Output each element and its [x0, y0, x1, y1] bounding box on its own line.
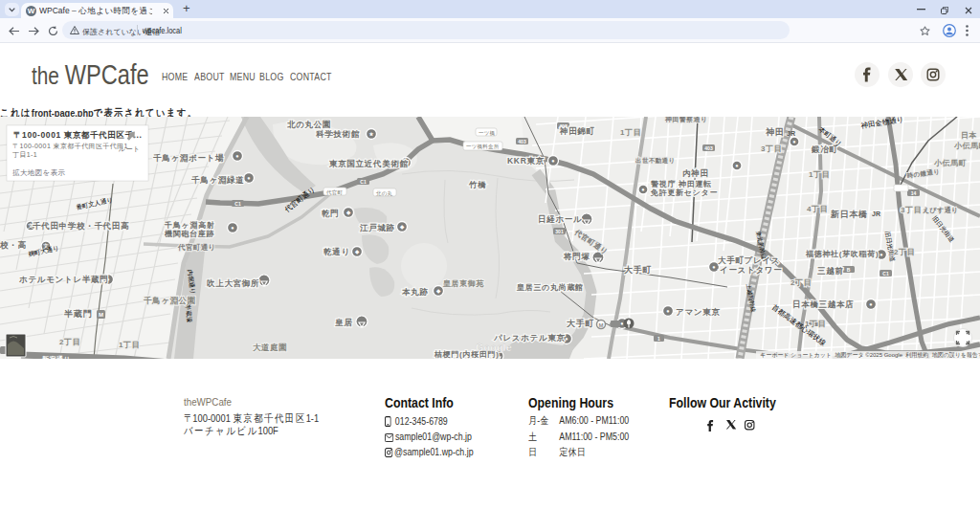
svg-text:●: ● — [792, 139, 795, 144]
svg-text:●: ● — [551, 158, 554, 164]
svg-text:●: ● — [666, 308, 669, 314]
svg-text:皇居: 皇居 — [335, 318, 352, 327]
svg-text:●: ● — [869, 301, 872, 307]
svg-text:千鳥ヶ淵緑道: 千鳥ヶ淵緑道 — [191, 175, 244, 185]
svg-text:●: ● — [235, 153, 238, 159]
svg-text:警視庁 神田運転: 警視庁 神田運転 — [650, 180, 712, 188]
svg-text:大手町: 大手町 — [624, 265, 652, 275]
svg-text:403: 403 — [518, 139, 526, 144]
svg-text:●: ● — [880, 252, 882, 257]
svg-text:皇居東御苑: 皇居東御苑 — [442, 279, 484, 288]
svg-text:アマン東京: アマン東京 — [676, 307, 721, 317]
svg-text:M: M — [99, 312, 103, 318]
svg-text:機関砲台座跡: 機関砲台座跡 — [164, 229, 214, 238]
svg-text:日本橋三越本店: 日本橋三越本店 — [792, 299, 854, 309]
svg-text:東京国立近代美術館: 東京国立近代美術館 — [328, 159, 409, 168]
svg-text:皇居三の丸尚蔵館: 皇居三の丸尚蔵館 — [516, 283, 584, 292]
svg-text:神田錦町: 神田錦町 — [559, 126, 595, 136]
svg-text:JR: JR — [872, 210, 880, 217]
svg-text:●: ● — [565, 336, 568, 342]
svg-text:3丁目: 3丁目 — [901, 206, 922, 214]
svg-text:◆: ◆ — [435, 288, 441, 294]
svg-text:内神田: 内神田 — [682, 168, 709, 178]
svg-text:出世不動通り: 出世不動通り — [635, 157, 676, 165]
svg-text:免許更新センター: 免許更新センター — [650, 188, 718, 197]
svg-text:一ツ橋料金所: 一ツ橋料金所 — [466, 144, 500, 149]
svg-text:◆: ◆ — [345, 210, 351, 215]
svg-text:日本: 日本 — [961, 131, 977, 140]
svg-text:科学技術館: 科学技術館 — [315, 129, 360, 139]
svg-text:丁目1-1: 丁目1-1 — [12, 151, 37, 159]
svg-text:竹橋: 竹橋 — [468, 180, 486, 189]
svg-text:一ツ橋: 一ツ橋 — [479, 130, 496, 136]
svg-text:●: ● — [231, 225, 234, 231]
svg-text:◆: ◆ — [354, 249, 360, 254]
svg-text:鍛冶町: 鍛冶町 — [811, 144, 838, 154]
svg-text:301: 301 — [555, 229, 564, 234]
svg-text:〒100-0001 東京都千代田区千代田1: 〒100-0001 東京都千代田区千代田1 — [12, 143, 128, 150]
svg-text:●: ● — [641, 187, 644, 192]
svg-text:小伝馬町: 小伝馬町 — [953, 142, 980, 150]
svg-text:キーボード ショートカット 地図データ ©2025 Goo: キーボード ショートカット 地図データ ©2025 Google 利用規約 地図… — [760, 351, 980, 359]
svg-text:えびす通り: えびす通り — [923, 206, 959, 214]
svg-text:吹上大宮御所: 吹上大宮御所 — [207, 278, 259, 288]
svg-text:校・高: 校・高 — [0, 240, 27, 250]
svg-text:2丁目: 2丁目 — [894, 248, 915, 256]
svg-text:北の丸公園: 北の丸公園 — [286, 120, 331, 129]
svg-text:大道庭園: 大道庭園 — [253, 343, 287, 352]
svg-text:14: 14 — [911, 190, 917, 196]
svg-text:将門塚: 将門塚 — [563, 252, 590, 261]
svg-text:●: ● — [735, 163, 738, 168]
svg-text:イーストタワー: イーストタワー — [720, 265, 782, 275]
svg-text:C1: C1 — [234, 201, 241, 207]
svg-text:拡大地図を表示: 拡大地図を表示 — [12, 168, 66, 177]
svg-text:2丁目: 2丁目 — [59, 338, 80, 346]
svg-text:ホテルモントレ半蔵門: ホテルモントレ半蔵門 — [19, 275, 108, 284]
svg-text:三越前: 三越前 — [817, 266, 844, 276]
svg-text:〒100-0001 東京都千代田区千...: 〒100-0001 東京都千代田区千... — [13, 130, 142, 140]
svg-text:1丁目: 1丁目 — [809, 170, 830, 179]
svg-text:福徳神社(芽吹稲荷): 福徳神社(芽吹稲荷) — [805, 250, 879, 258]
svg-text:●: ● — [247, 175, 250, 181]
svg-text:1: 1 — [657, 336, 660, 342]
svg-text:M: M — [599, 322, 604, 328]
svg-text:半蔵門: 半蔵門 — [63, 309, 92, 319]
svg-text:代官町通り: 代官町通り — [177, 243, 216, 252]
svg-text:日経ホール: 日経ホール — [538, 214, 582, 224]
svg-text:●: ● — [712, 264, 715, 270]
svg-text:C1: C1 — [882, 271, 889, 277]
svg-text:千鳥ヶ淵ボート場: 千鳥ヶ淵ボート場 — [153, 153, 224, 163]
svg-text:403: 403 — [704, 145, 713, 151]
svg-text:小伝馬町: 小伝馬町 — [933, 159, 967, 167]
svg-text:★: ★ — [369, 131, 374, 137]
svg-text:乾通り: 乾通り — [323, 247, 350, 256]
svg-text:◆: ◆ — [399, 224, 405, 230]
svg-text:代官町: 代官町 — [325, 189, 343, 195]
svg-text:千鳥ヶ淵高射: 千鳥ヶ淵高射 — [164, 220, 214, 230]
svg-text:1丁目: 1丁目 — [119, 341, 140, 349]
svg-text:1丁目: 1丁目 — [620, 128, 641, 137]
svg-text:JR: JR — [787, 130, 795, 137]
svg-text:乾門: 乾門 — [322, 209, 339, 218]
svg-text:神田警察通り: 神田警察通り — [664, 117, 708, 123]
svg-text:●: ● — [620, 321, 623, 326]
svg-text:大手町プレイス: 大手町プレイス — [718, 255, 780, 265]
svg-text:大手町: 大手町 — [567, 319, 594, 328]
svg-text:千代田中学校・千代田高: 千代田中学校・千代田高 — [33, 221, 129, 231]
svg-text:B: B — [847, 267, 851, 273]
svg-text:Google: Google — [476, 342, 512, 353]
svg-text:C1: C1 — [360, 179, 367, 185]
svg-text:KKR東京: KKR東京 — [507, 156, 545, 166]
svg-text:江戸城跡: 江戸城跡 — [359, 223, 395, 232]
svg-text:3丁目: 3丁目 — [761, 144, 782, 153]
svg-text:新日本橋: 新日本橋 — [830, 210, 868, 219]
svg-text:2丁目: 2丁目 — [791, 278, 812, 287]
svg-text:北の丸: 北の丸 — [375, 190, 393, 197]
svg-text:神田: 神田 — [765, 127, 784, 137]
svg-text:本丸跡: 本丸跡 — [401, 287, 429, 297]
svg-text:4丁目: 4丁目 — [807, 205, 828, 213]
